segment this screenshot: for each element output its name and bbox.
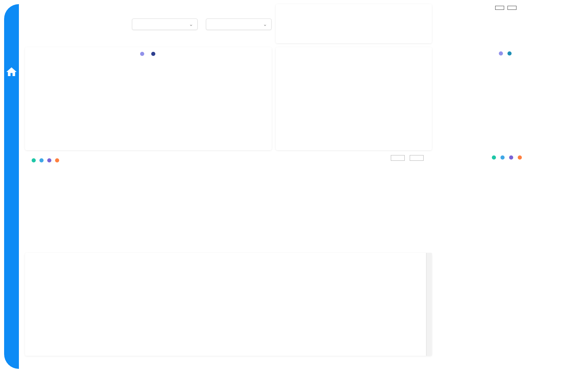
sla-donut-card — [436, 47, 576, 148]
tab-outside-sla[interactable] — [495, 6, 504, 10]
week-filter: ⌄ — [206, 17, 272, 30]
home-icon[interactable] — [5, 66, 18, 80]
actual-vs-budget-chart — [25, 47, 272, 150]
tickets-by-stage-button[interactable] — [391, 155, 405, 161]
origin-plot — [29, 163, 424, 237]
severity-donut-card — [436, 151, 576, 252]
project-code-dropdown[interactable]: ⌄ — [132, 19, 198, 30]
chevron-down-icon: ⌄ — [263, 21, 267, 27]
tab-sla-severity[interactable] — [507, 6, 517, 10]
severity-donut — [448, 160, 563, 238]
site-bar-card — [436, 255, 576, 356]
cost-performance-card — [276, 47, 432, 150]
origin-severity-chart — [25, 154, 432, 249]
ticket-table-card — [25, 253, 432, 356]
right-column — [436, 47, 576, 356]
ticket-table[interactable] — [25, 253, 426, 356]
avb-plot — [28, 56, 267, 137]
project-code-filter: ⌄ — [132, 17, 198, 30]
site-bar-chart — [440, 258, 572, 353]
avg-cycle-time-card — [276, 4, 432, 43]
sla-donut — [452, 56, 559, 127]
cost-gauge — [280, 53, 428, 98]
ticket-count-card — [436, 4, 576, 43]
chevron-down-icon: ⌄ — [189, 21, 193, 27]
tickets-by-severity-button[interactable] — [410, 155, 424, 161]
table-scrollbar[interactable] — [426, 253, 432, 356]
week-dropdown[interactable]: ⌄ — [206, 19, 272, 30]
header: ⌄ ⌄ — [25, 4, 272, 43]
sidebar — [4, 4, 19, 369]
